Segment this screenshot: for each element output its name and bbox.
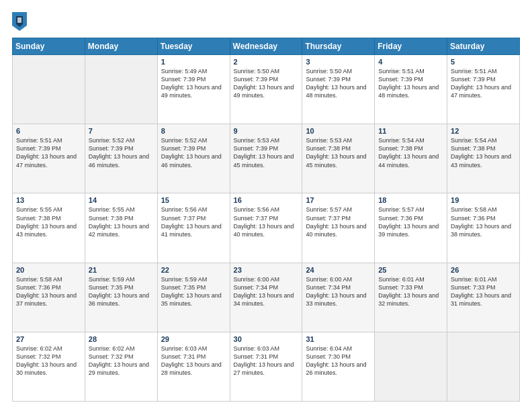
calendar-cell xyxy=(13,55,85,124)
day-info: Sunrise: 5:55 AM Sunset: 7:38 PM Dayligh… xyxy=(89,205,154,238)
day-number: 26 xyxy=(451,266,516,274)
day-number: 5 xyxy=(451,58,516,66)
day-number: 6 xyxy=(16,127,81,135)
calendar-cell: 18Sunrise: 5:57 AM Sunset: 7:36 PM Dayli… xyxy=(375,193,447,263)
day-info: Sunrise: 5:51 AM Sunset: 7:39 PM Dayligh… xyxy=(451,67,516,100)
day-info: Sunrise: 5:50 AM Sunset: 7:39 PM Dayligh… xyxy=(234,67,299,100)
calendar-cell: 3Sunrise: 5:50 AM Sunset: 7:39 PM Daylig… xyxy=(302,55,375,124)
logo xyxy=(12,12,28,31)
day-info: Sunrise: 5:58 AM Sunset: 7:36 PM Dayligh… xyxy=(451,205,516,238)
day-number: 21 xyxy=(89,266,154,274)
calendar-week-1: 1Sunrise: 5:49 AM Sunset: 7:39 PM Daylig… xyxy=(13,55,520,124)
day-number: 30 xyxy=(234,335,299,343)
calendar-cell: 31Sunrise: 6:04 AM Sunset: 7:30 PM Dayli… xyxy=(302,332,375,401)
day-info: Sunrise: 5:53 AM Sunset: 7:38 PM Dayligh… xyxy=(306,136,371,169)
day-number: 23 xyxy=(234,266,299,274)
day-info: Sunrise: 6:02 AM Sunset: 7:32 PM Dayligh… xyxy=(89,345,154,377)
day-number: 24 xyxy=(306,266,371,274)
weekday-monday: Monday xyxy=(85,38,157,55)
day-info: Sunrise: 5:52 AM Sunset: 7:39 PM Dayligh… xyxy=(161,136,226,169)
calendar-cell: 17Sunrise: 5:57 AM Sunset: 7:37 PM Dayli… xyxy=(302,193,375,263)
calendar-cell: 6Sunrise: 5:51 AM Sunset: 7:39 PM Daylig… xyxy=(13,124,85,193)
calendar-week-5: 27Sunrise: 6:02 AM Sunset: 7:32 PM Dayli… xyxy=(13,332,520,401)
calendar-cell: 1Sunrise: 5:49 AM Sunset: 7:39 PM Daylig… xyxy=(157,55,230,124)
day-info: Sunrise: 6:01 AM Sunset: 7:33 PM Dayligh… xyxy=(451,275,516,308)
calendar-cell: 13Sunrise: 5:55 AM Sunset: 7:38 PM Dayli… xyxy=(13,193,85,263)
day-info: Sunrise: 5:51 AM Sunset: 7:39 PM Dayligh… xyxy=(378,67,443,100)
calendar-cell: 21Sunrise: 5:59 AM Sunset: 7:35 PM Dayli… xyxy=(85,263,157,332)
day-number: 11 xyxy=(378,127,443,135)
day-number: 19 xyxy=(451,196,516,204)
day-number: 20 xyxy=(16,266,81,274)
day-number: 2 xyxy=(234,58,299,66)
day-number: 18 xyxy=(378,196,443,204)
calendar-cell: 22Sunrise: 5:59 AM Sunset: 7:35 PM Dayli… xyxy=(157,263,230,332)
day-number: 9 xyxy=(234,127,299,135)
day-info: Sunrise: 6:03 AM Sunset: 7:31 PM Dayligh… xyxy=(161,345,226,377)
weekday-sunday: Sunday xyxy=(13,38,85,55)
calendar-week-4: 20Sunrise: 5:58 AM Sunset: 7:36 PM Dayli… xyxy=(13,263,520,332)
calendar-week-2: 6Sunrise: 5:51 AM Sunset: 7:39 PM Daylig… xyxy=(13,124,520,193)
day-info: Sunrise: 5:53 AM Sunset: 7:39 PM Dayligh… xyxy=(234,136,299,169)
day-number: 29 xyxy=(161,335,226,343)
calendar-cell: 30Sunrise: 6:03 AM Sunset: 7:31 PM Dayli… xyxy=(230,332,302,401)
calendar-cell: 16Sunrise: 5:56 AM Sunset: 7:37 PM Dayli… xyxy=(230,193,302,263)
calendar-cell: 25Sunrise: 6:01 AM Sunset: 7:33 PM Dayli… xyxy=(375,263,447,332)
day-info: Sunrise: 5:58 AM Sunset: 7:36 PM Dayligh… xyxy=(16,275,81,308)
calendar-cell xyxy=(375,332,447,401)
day-info: Sunrise: 5:56 AM Sunset: 7:37 PM Dayligh… xyxy=(234,205,299,238)
day-number: 16 xyxy=(234,196,299,204)
day-number: 15 xyxy=(161,196,226,204)
day-number: 31 xyxy=(306,335,371,343)
calendar-cell: 15Sunrise: 5:56 AM Sunset: 7:37 PM Dayli… xyxy=(157,193,230,263)
day-number: 17 xyxy=(306,196,371,204)
page: SundayMondayTuesdayWednesdayThursdayFrid… xyxy=(0,0,532,411)
day-info: Sunrise: 5:49 AM Sunset: 7:39 PM Dayligh… xyxy=(161,67,226,100)
day-number: 27 xyxy=(16,335,81,343)
calendar-cell: 4Sunrise: 5:51 AM Sunset: 7:39 PM Daylig… xyxy=(375,55,447,124)
day-number: 28 xyxy=(89,335,154,343)
calendar-cell: 14Sunrise: 5:55 AM Sunset: 7:38 PM Dayli… xyxy=(85,193,157,263)
calendar-cell: 2Sunrise: 5:50 AM Sunset: 7:39 PM Daylig… xyxy=(230,55,302,124)
calendar-cell: 19Sunrise: 5:58 AM Sunset: 7:36 PM Dayli… xyxy=(447,193,520,263)
day-number: 22 xyxy=(161,266,226,274)
weekday-thursday: Thursday xyxy=(302,38,375,55)
day-info: Sunrise: 5:56 AM Sunset: 7:37 PM Dayligh… xyxy=(161,205,226,238)
calendar-header: SundayMondayTuesdayWednesdayThursdayFrid… xyxy=(13,38,520,55)
calendar-cell: 9Sunrise: 5:53 AM Sunset: 7:39 PM Daylig… xyxy=(230,124,302,193)
calendar-cell: 11Sunrise: 5:54 AM Sunset: 7:38 PM Dayli… xyxy=(375,124,447,193)
day-info: Sunrise: 6:04 AM Sunset: 7:30 PM Dayligh… xyxy=(306,345,371,377)
calendar-cell: 29Sunrise: 6:03 AM Sunset: 7:31 PM Dayli… xyxy=(157,332,230,401)
calendar-cell: 7Sunrise: 5:52 AM Sunset: 7:39 PM Daylig… xyxy=(85,124,157,193)
header xyxy=(12,12,520,31)
day-info: Sunrise: 5:59 AM Sunset: 7:35 PM Dayligh… xyxy=(161,275,226,308)
day-info: Sunrise: 5:54 AM Sunset: 7:38 PM Dayligh… xyxy=(451,136,516,169)
day-number: 13 xyxy=(16,196,81,204)
logo-icon xyxy=(12,12,27,31)
day-info: Sunrise: 5:54 AM Sunset: 7:38 PM Dayligh… xyxy=(378,136,443,169)
day-number: 10 xyxy=(306,127,371,135)
day-number: 8 xyxy=(161,127,226,135)
day-info: Sunrise: 5:59 AM Sunset: 7:35 PM Dayligh… xyxy=(89,275,154,308)
day-number: 4 xyxy=(378,58,443,66)
weekday-wednesday: Wednesday xyxy=(230,38,302,55)
calendar-table: SundayMondayTuesdayWednesdayThursdayFrid… xyxy=(12,38,520,402)
calendar-body: 1Sunrise: 5:49 AM Sunset: 7:39 PM Daylig… xyxy=(13,55,520,402)
day-number: 1 xyxy=(161,58,226,66)
day-info: Sunrise: 5:57 AM Sunset: 7:37 PM Dayligh… xyxy=(306,205,371,238)
day-info: Sunrise: 5:50 AM Sunset: 7:39 PM Dayligh… xyxy=(306,67,371,100)
calendar-cell xyxy=(447,332,520,401)
calendar-cell: 8Sunrise: 5:52 AM Sunset: 7:39 PM Daylig… xyxy=(157,124,230,193)
calendar-cell: 26Sunrise: 6:01 AM Sunset: 7:33 PM Dayli… xyxy=(447,263,520,332)
day-info: Sunrise: 5:52 AM Sunset: 7:39 PM Dayligh… xyxy=(89,136,154,169)
day-info: Sunrise: 6:01 AM Sunset: 7:33 PM Dayligh… xyxy=(378,275,443,308)
day-info: Sunrise: 6:00 AM Sunset: 7:34 PM Dayligh… xyxy=(234,275,299,308)
calendar-cell: 20Sunrise: 5:58 AM Sunset: 7:36 PM Dayli… xyxy=(13,263,85,332)
calendar-cell: 28Sunrise: 6:02 AM Sunset: 7:32 PM Dayli… xyxy=(85,332,157,401)
day-number: 7 xyxy=(89,127,154,135)
day-info: Sunrise: 5:57 AM Sunset: 7:36 PM Dayligh… xyxy=(378,205,443,238)
day-info: Sunrise: 5:51 AM Sunset: 7:39 PM Dayligh… xyxy=(16,136,81,169)
weekday-saturday: Saturday xyxy=(447,38,520,55)
calendar-cell: 23Sunrise: 6:00 AM Sunset: 7:34 PM Dayli… xyxy=(230,263,302,332)
day-number: 25 xyxy=(378,266,443,274)
